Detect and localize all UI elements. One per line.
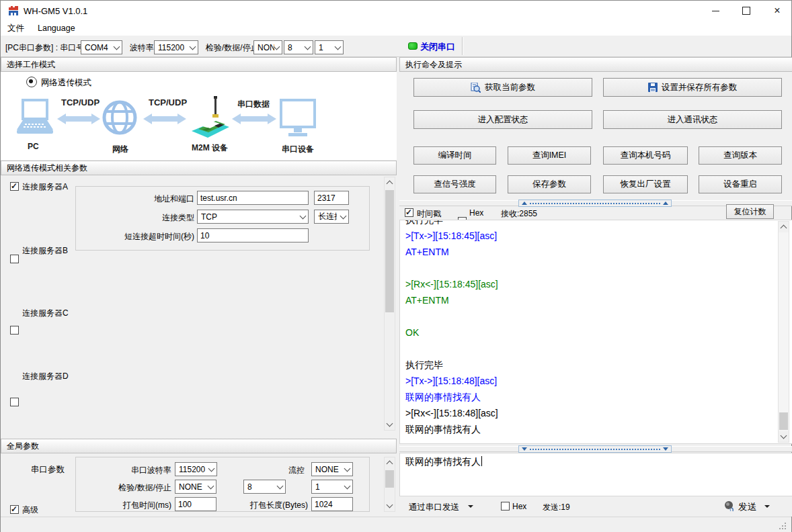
g-stopbits-select[interactable]: 1 <box>311 480 353 494</box>
scroll-down-icon[interactable] <box>385 500 395 511</box>
maximize-button[interactable] <box>731 1 762 21</box>
server-b-checkbox[interactable] <box>10 255 19 263</box>
g-databits-select[interactable]: 8 <box>243 480 286 494</box>
flow-select[interactable]: NONE <box>311 462 353 476</box>
flow-label: 流控 <box>264 465 305 476</box>
get-params-button[interactable]: 获取当前参数 <box>413 78 592 97</box>
save-params-button[interactable]: 保存参数 <box>508 175 591 193</box>
close-button[interactable]: × <box>762 1 792 21</box>
toolbar-separator <box>462 37 463 55</box>
menu-file[interactable]: 文件 <box>1 21 31 36</box>
params-scrollbar[interactable] <box>384 177 395 431</box>
node-label-network: 网络 <box>112 144 128 155</box>
com-port-select[interactable]: COM4 <box>81 40 122 54</box>
chevron-down-icon <box>344 465 351 472</box>
server-a-checkbox[interactable] <box>10 182 19 191</box>
timestamp-checkbox[interactable] <box>405 208 413 217</box>
pc-icon <box>15 99 54 139</box>
scroll-down-icon[interactable] <box>385 419 395 430</box>
chevron-down-icon <box>274 43 280 50</box>
enter-comm-button[interactable]: 进入通讯状态 <box>603 110 782 129</box>
collapse-down-icon[interactable] <box>522 447 527 451</box>
reset-counter-button[interactable]: 复位计数 <box>726 204 774 219</box>
log-line: 联网的事情找有人 <box>400 421 792 437</box>
resize-grip[interactable] <box>779 523 787 531</box>
send-hex-label: Hex <box>512 502 526 511</box>
query-imei-button[interactable]: 查询IMEI <box>508 146 591 165</box>
splitter-dots <box>530 449 660 450</box>
set-save-all-button[interactable]: 设置并保存所有参数 <box>603 78 782 97</box>
databits-select[interactable]: 8 <box>284 40 313 54</box>
factory-reset-button[interactable]: 恢复出厂设置 <box>603 175 688 193</box>
send-button[interactable]: 发送 <box>738 501 756 513</box>
parity-select[interactable]: NONI <box>253 40 282 54</box>
node-label-m2m: M2M 设备 <box>192 142 228 154</box>
send-control-bar: 通过串口发送 Hex 发送:19 发送 <box>399 496 792 517</box>
scroll-up-icon[interactable] <box>779 222 789 232</box>
advanced-checkbox[interactable] <box>10 505 19 514</box>
send-options-dropdown-icon[interactable] <box>764 505 770 508</box>
log-line: AT+ENTM <box>400 292 792 308</box>
query-signal-button[interactable]: 查信号强度 <box>413 175 496 193</box>
scroll-up-icon[interactable] <box>385 457 395 468</box>
server-c-checkbox[interactable] <box>10 326 19 335</box>
log-line: OK <box>400 324 792 341</box>
global-scrollbar[interactable] <box>384 457 395 512</box>
device-restart-button[interactable]: 设备重启 <box>699 175 782 193</box>
scrollbar-thumb[interactable] <box>385 190 394 312</box>
log-line: >[Rx<-][15:18:48][asc] <box>400 405 792 421</box>
global-header-label: 全局参数 <box>7 441 39 452</box>
short-timeout-input[interactable] <box>197 228 309 242</box>
chevron-down-icon <box>190 43 196 50</box>
baud-label: 波特率 <box>130 42 154 54</box>
node-label-serial-device: 串口设备 <box>282 144 314 155</box>
scrollbar-thumb[interactable] <box>385 470 394 488</box>
collapse-down-icon[interactable] <box>663 447 668 451</box>
link-label-tcpudp-1: TCP/UDP <box>61 97 100 107</box>
send-via-dropdown[interactable]: 通过串口发送 <box>409 502 459 513</box>
g-parity-select[interactable]: NONE <box>175 480 216 494</box>
query-version-button[interactable]: 查询版本 <box>699 146 782 165</box>
server-d-checkbox[interactable] <box>10 398 19 406</box>
query-number-button[interactable]: 查询本机号码 <box>603 146 688 165</box>
compile-time-button[interactable]: 编译时间 <box>413 146 496 165</box>
app-window: WH-GM5 V1.0.1 × 文件 Language [PC串口参数] : 串… <box>0 0 792 532</box>
global-panel: 串口参数 串口波特率 115200 流控 NONE 检验/数据/停止 NONE … <box>1 453 397 515</box>
menu-bar: 文件 Language <box>1 21 791 36</box>
keepalive-select[interactable]: 长连接 <box>314 210 349 224</box>
minimize-button[interactable] <box>700 1 731 21</box>
section-header-commands: 执行命令及提示 <box>399 57 792 72</box>
log-area[interactable]: 执行完毕>[Tx->][15:18:45][asc]AT+ENTM >[Rx<-… <box>399 220 792 444</box>
conn-type-select[interactable]: TCP <box>197 210 309 224</box>
chevron-down-icon <box>344 482 351 489</box>
address-input[interactable] <box>197 191 309 205</box>
send-textarea[interactable]: 联网的事情找有人 <box>399 453 792 496</box>
baud-select[interactable]: 115200 <box>154 40 198 54</box>
serial-device-icon <box>279 99 317 138</box>
scrollbar-thumb[interactable] <box>779 412 788 430</box>
send-splitter-handle[interactable] <box>518 445 672 453</box>
menu-language[interactable]: Language <box>31 21 82 36</box>
chevron-down-icon <box>114 43 120 50</box>
transparent-mode-radio[interactable] <box>26 77 37 87</box>
scroll-down-icon[interactable] <box>779 431 789 442</box>
send-hex-checkbox[interactable] <box>501 502 510 511</box>
log-scrollbar[interactable] <box>778 221 789 443</box>
send-sound-icon <box>723 500 736 512</box>
enter-config-button[interactable]: 进入配置状态 <box>413 110 592 129</box>
g-baud-select[interactable]: 115200 <box>175 462 217 476</box>
packlen-input[interactable] <box>311 497 353 511</box>
packtime-input[interactable] <box>175 497 216 511</box>
addr-port-label: 地址和端口 <box>76 193 194 205</box>
port-input[interactable] <box>314 191 349 205</box>
title-bar: WH-GM5 V1.0.1 × <box>1 1 791 21</box>
stopbits-select[interactable]: 1 <box>315 40 344 54</box>
search-doc-icon <box>471 83 481 93</box>
close-port-button[interactable]: 关闭串口 <box>420 41 455 53</box>
send-text: 联网的事情找有人 <box>405 456 481 467</box>
scroll-up-icon[interactable] <box>385 177 395 188</box>
chevron-down-icon[interactable] <box>468 505 473 508</box>
sent-count-label: 发送:19 <box>543 502 570 513</box>
arrow-m2m-serial-icon <box>232 112 276 126</box>
params-panel: 连接服务器A 地址和端口 连接类型 TCP 长连接 短连接超时时间(秒) 连接服… <box>1 175 397 433</box>
